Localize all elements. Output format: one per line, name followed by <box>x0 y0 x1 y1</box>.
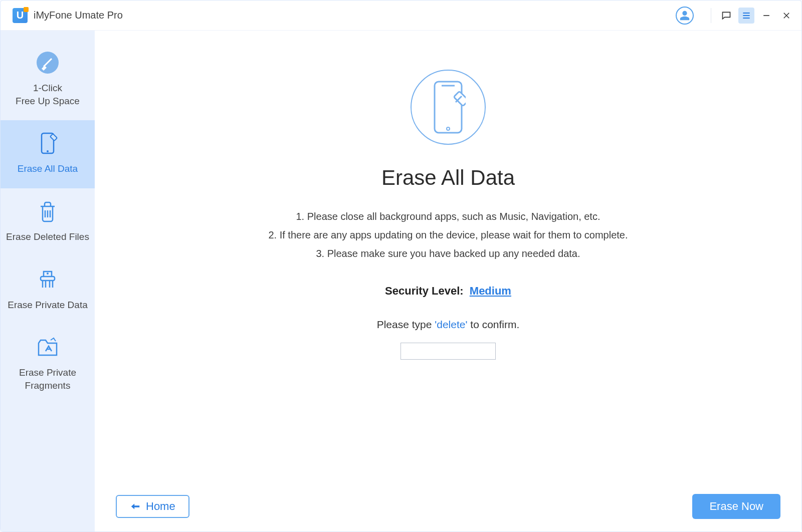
sidebar-item-label: Erase All Data <box>18 162 78 175</box>
main-panel: Erase All Data 1. Please close all backg… <box>95 31 801 531</box>
confirm-keyword: 'delete' <box>435 319 467 330</box>
confirm-suffix: to confirm. <box>467 319 519 330</box>
confirm-prefix: Please type <box>377 319 435 330</box>
divider <box>711 8 711 23</box>
sidebar-item-erase-deleted-files[interactable]: Erase Deleted Files <box>1 188 95 256</box>
page-heading: Erase All Data <box>381 166 515 190</box>
titlebar: iMyFone Umate Pro <box>1 1 801 31</box>
app-logo-icon <box>13 8 28 23</box>
confirm-input[interactable] <box>400 343 496 360</box>
back-arrow-icon <box>130 501 141 512</box>
sidebar: 1-Click Free Up Space Erase All Data Era… <box>1 31 95 531</box>
content: 1-Click Free Up Space Erase All Data Era… <box>1 31 801 531</box>
home-button-label: Home <box>146 500 175 513</box>
sidebar-item-label: Erase Deleted Files <box>6 230 89 243</box>
close-button[interactable] <box>778 8 794 24</box>
folder-fragments-icon <box>36 335 60 359</box>
sidebar-item-label: Erase Private Data <box>8 299 87 312</box>
menu-button[interactable] <box>738 8 754 24</box>
sidebar-item-erase-private-fragments[interactable]: Erase Private Fragments <box>1 324 95 405</box>
hero: Erase All Data 1. Please close all backg… <box>95 31 801 481</box>
trash-icon <box>36 199 60 223</box>
svg-point-2 <box>47 150 49 152</box>
account-button[interactable] <box>676 7 694 25</box>
sidebar-item-label: Erase Private Fragments <box>19 366 76 392</box>
app-title: iMyFone Umate Pro <box>34 10 123 21</box>
chat-icon <box>721 11 731 21</box>
sidebar-item-erase-private-data[interactable]: Erase Private Data <box>1 256 95 325</box>
broom-icon <box>36 51 60 75</box>
erase-now-button[interactable]: Erase Now <box>692 494 780 519</box>
svg-rect-6 <box>435 82 462 133</box>
sidebar-item-label: 1-Click Free Up Space <box>16 82 80 107</box>
svg-point-5 <box>47 273 49 275</box>
hero-device-icon <box>411 70 486 145</box>
instruction-line: 2. If there are any apps updating on the… <box>268 229 628 241</box>
app-window: iMyFone Umate Pro <box>0 0 802 532</box>
svg-rect-4 <box>41 277 55 281</box>
menu-icon <box>741 11 751 21</box>
svg-point-8 <box>447 127 450 130</box>
titlebar-controls <box>676 7 794 25</box>
shredder-icon <box>36 268 60 292</box>
instructions: 1. Please close all background apps, suc… <box>268 211 628 259</box>
footer: Home Erase Now <box>95 481 801 531</box>
confirm-instruction: Please type 'delete' to confirm. <box>377 319 520 331</box>
security-level-label: Security Level: <box>385 285 464 297</box>
phone-erase-icon <box>36 131 60 155</box>
sidebar-item-free-up-space[interactable]: 1-Click Free Up Space <box>1 40 95 120</box>
security-level-row: Security Level: Medium <box>385 285 511 298</box>
user-icon <box>679 10 690 21</box>
instruction-line: 3. Please make sure you have backed up a… <box>268 248 628 259</box>
svg-rect-3 <box>50 134 57 141</box>
security-level-link[interactable]: Medium <box>470 285 511 297</box>
home-button[interactable]: Home <box>116 495 189 518</box>
sidebar-item-erase-all-data[interactable]: Erase All Data <box>1 120 95 188</box>
minimize-icon <box>761 11 771 21</box>
instruction-line: 1. Please close all background apps, suc… <box>268 211 628 222</box>
close-icon <box>782 11 791 20</box>
minimize-button[interactable] <box>758 8 774 24</box>
feedback-button[interactable] <box>718 8 734 24</box>
